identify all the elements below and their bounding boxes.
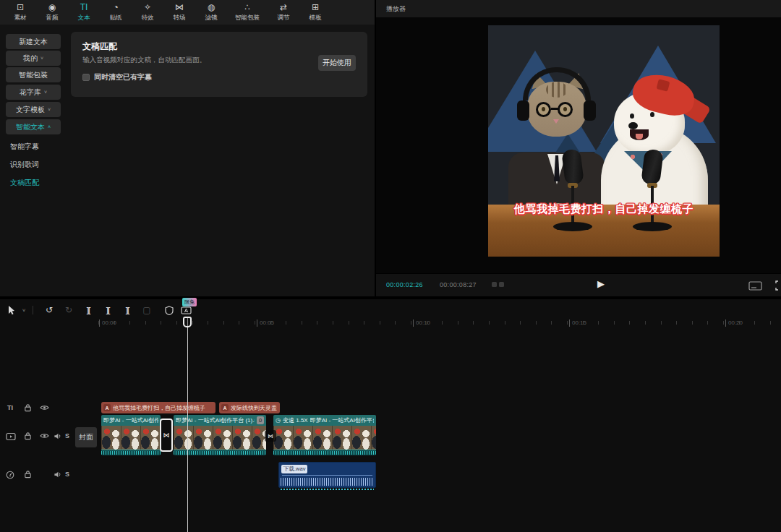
video-subtitle: 他骂我掉毛费打扫，自己掉发缠梳子 bbox=[488, 202, 720, 216]
video-thumbnails bbox=[273, 426, 376, 450]
chevron-down-icon: ˅ bbox=[48, 107, 51, 112]
transition[interactable]: ⋈ bbox=[265, 430, 276, 442]
lyrics-recognition-item[interactable]: 识别歌词 bbox=[10, 160, 39, 170]
playhead-handle[interactable] bbox=[183, 317, 192, 327]
transition-selected[interactable]: ⋈ bbox=[160, 419, 173, 452]
text-icon: TI bbox=[80, 3, 88, 12]
asset-panel: ⊡素材 ◉音频 TI文本 ◔贴纸 ✧特效 ⋈转场 ◍滤镜 ∴智能包装 ⇄调节 ⊞… bbox=[0, 0, 375, 296]
timeline-panel: ˅ ↺ ↻ ][ ][ ][ ▢ 限免 00:00 00:05 00:10 00… bbox=[0, 298, 781, 532]
player-title: 播放器 bbox=[386, 0, 406, 17]
split-right-icon[interactable]: ][ bbox=[121, 304, 134, 317]
fit-ratio-icon[interactable] bbox=[748, 281, 762, 291]
text-clip[interactable]: A 他骂我掉毛费打扫，自己掉发缠梳子 bbox=[101, 402, 215, 413]
transition-icon: ⋈ bbox=[175, 3, 184, 12]
play-button[interactable]: ▶ bbox=[597, 278, 605, 289]
adjust-icon: ⇄ bbox=[280, 3, 287, 12]
smart-package-icon: ∴ bbox=[244, 3, 250, 12]
lock-icon[interactable] bbox=[24, 403, 32, 412]
checkbox-label: 同时清空已有字幕 bbox=[94, 72, 152, 82]
audio-track-icon bbox=[6, 471, 14, 479]
audio-clip-name: 下载.wav bbox=[281, 465, 307, 473]
cover-button[interactable]: 封面 bbox=[75, 427, 97, 447]
video-clip[interactable]: ◷ 变速 1.5X 即梦AI - 一站式AI创作平台 bbox=[273, 415, 376, 455]
tab-effects[interactable]: ✧特效 bbox=[132, 3, 163, 22]
video-editor-app: ⊡素材 ◉音频 TI文本 ◔贴纸 ✧特效 ⋈转场 ◍滤镜 ∴智能包装 ⇄调节 ⊞… bbox=[0, 0, 781, 532]
audio-clip[interactable]: 下载.wav bbox=[278, 462, 376, 488]
ruler-label: 00:15 bbox=[569, 319, 586, 327]
text-track-icon: TI bbox=[7, 404, 13, 411]
ruler-label: 00:20 bbox=[725, 319, 743, 327]
chevron-down-icon: ˅ bbox=[44, 90, 47, 95]
timeline-ruler[interactable]: 00:00 00:05 00:10 00:15 00:20 bbox=[72, 318, 781, 330]
lock-icon[interactable] bbox=[24, 470, 32, 479]
mask-icon[interactable] bbox=[163, 304, 175, 317]
player-header: 播放器 bbox=[376, 0, 781, 17]
split-icon[interactable]: ][ bbox=[82, 304, 95, 317]
clip-audio-waveform bbox=[273, 450, 376, 455]
transition-icon: ⋈ bbox=[268, 433, 273, 439]
ruler-label: 00:05 bbox=[257, 319, 274, 327]
tab-sticker[interactable]: ◔贴纸 bbox=[100, 3, 132, 22]
chevron-up-icon: ˄ bbox=[48, 124, 51, 129]
transition-icon: ⋈ bbox=[163, 432, 170, 439]
delete-icon[interactable]: ▢ bbox=[140, 304, 153, 317]
total-duration: 00:00:08:27 bbox=[440, 281, 477, 288]
text-clip[interactable]: A 发际线快到天灵盖 bbox=[219, 402, 280, 413]
tab-adjust[interactable]: ⇄调节 bbox=[268, 3, 299, 22]
sticker-icon: ◔ bbox=[113, 3, 118, 12]
playhead-line bbox=[187, 317, 188, 532]
clip-audio-waveform bbox=[101, 450, 161, 455]
lock-icon[interactable] bbox=[24, 432, 32, 440]
select-tool-chevron[interactable]: ˅ bbox=[20, 304, 27, 317]
undo-icon[interactable]: ↺ bbox=[43, 304, 56, 317]
chevron-down-icon: ˅ bbox=[40, 56, 43, 61]
redo-icon[interactable]: ↻ bbox=[62, 304, 75, 317]
eye-icon[interactable] bbox=[40, 404, 49, 411]
select-tool-icon[interactable] bbox=[6, 304, 17, 317]
ruler-label: 00:00 bbox=[99, 319, 116, 327]
tab-transition[interactable]: ⋈转场 bbox=[163, 3, 195, 22]
my-assets-dropdown[interactable]: 我的˅ bbox=[6, 51, 61, 66]
smart-subtitle-item[interactable]: 智能字幕 bbox=[10, 142, 39, 152]
limited-free-badge: 限免 bbox=[182, 298, 197, 306]
current-time: 00:00:02:26 bbox=[386, 281, 423, 288]
audio-waveform bbox=[281, 478, 374, 486]
audio-volume-line[interactable] bbox=[282, 475, 372, 476]
tab-media[interactable]: ⊡素材 bbox=[4, 3, 36, 22]
checkbox[interactable] bbox=[82, 74, 90, 81]
split-left-icon[interactable]: ][ bbox=[101, 304, 114, 317]
tab-audio[interactable]: ◉音频 bbox=[36, 3, 68, 22]
eye-icon[interactable] bbox=[40, 432, 49, 439]
text-template-dropdown[interactable]: 文字模板˅ bbox=[6, 102, 61, 117]
headphones-icon bbox=[523, 67, 591, 100]
tab-filter[interactable]: ◍滤镜 bbox=[195, 3, 227, 22]
clear-subtitles-option: 同时清空已有字幕 bbox=[82, 72, 152, 82]
mute-icon[interactable] bbox=[54, 471, 62, 479]
fullscreen-icon[interactable] bbox=[775, 280, 781, 291]
script-match-card: 文稿匹配 输入音视频对应的文稿，自动匹配画面。 开始使用 同时清空已有字幕 bbox=[71, 32, 367, 97]
smart-package-button[interactable]: 智能包装 bbox=[6, 67, 61, 82]
filter-icon: ◍ bbox=[208, 3, 215, 12]
quality-icon[interactable] bbox=[492, 282, 504, 287]
effects-icon: ✧ bbox=[144, 3, 151, 12]
template-icon: ⊞ bbox=[312, 3, 319, 12]
tab-template[interactable]: ⊞模板 bbox=[299, 3, 331, 22]
smart-text-dropdown[interactable]: 智能文本˄ bbox=[6, 119, 61, 134]
player-panel: 播放器 bbox=[376, 0, 781, 296]
player-stage: 他骂我掉毛费打扫，自己掉发缠梳子 bbox=[376, 17, 781, 273]
solo-toggle[interactable]: S bbox=[65, 432, 69, 439]
video-preview[interactable]: 他骂我掉毛费打扫，自己掉发缠梳子 bbox=[488, 25, 720, 257]
solo-toggle[interactable]: S bbox=[65, 471, 69, 478]
subtitle-clip-icon: A bbox=[221, 404, 229, 411]
video-clip[interactable]: 即梦AI - 一站式AI创作平台 bbox=[101, 415, 161, 455]
new-text-button[interactable]: 新建文本 bbox=[6, 34, 61, 49]
card-description: 输入音视频对应的文稿，自动匹配画面。 bbox=[82, 56, 206, 65]
tab-text[interactable]: TI文本 bbox=[68, 3, 100, 22]
start-using-button[interactable]: 开始使用 bbox=[318, 55, 356, 71]
media-icon: ⊡ bbox=[17, 3, 24, 12]
fancy-font-library-dropdown[interactable]: 花字库˅ bbox=[6, 85, 61, 100]
microphone-icon bbox=[631, 150, 675, 236]
mute-icon[interactable] bbox=[54, 432, 62, 440]
script-match-item[interactable]: 文稿匹配 bbox=[10, 178, 39, 188]
tab-smart-package[interactable]: ∴智能包装 bbox=[227, 3, 268, 22]
